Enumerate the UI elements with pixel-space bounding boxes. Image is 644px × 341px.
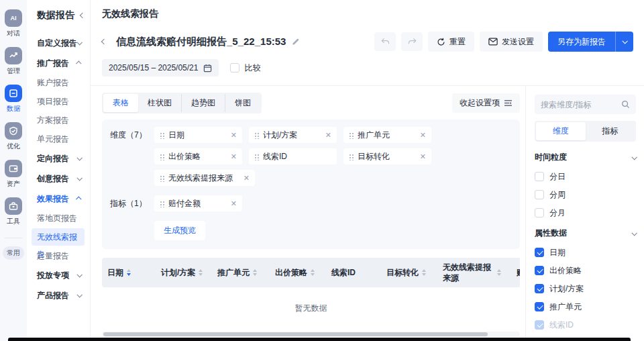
sort-icon[interactable] [127, 269, 131, 276]
checkbox-checked[interactable] [535, 248, 544, 257]
sidebar-item-landingpage-report[interactable]: 落地页报告 [37, 209, 90, 228]
compare-toggle[interactable]: 比较 [230, 62, 260, 74]
dimension-chip-date[interactable]: 日期 ✕ [154, 127, 242, 143]
column-header-target-conversion[interactable]: 目标转化 [381, 267, 437, 279]
send-settings-button[interactable]: 发送设置 [480, 32, 543, 52]
remove-chip-icon[interactable]: ✕ [420, 132, 426, 139]
option-date[interactable]: 日期 [535, 248, 636, 257]
rail-item-chat[interactable]: AI 对话 [5, 9, 22, 38]
remove-chip-icon[interactable]: ✕ [231, 200, 237, 207]
column-header-invalid-lead-source[interactable]: 无效线索提报来源 [437, 262, 511, 283]
sidebar-group-promotion[interactable]: 推广报告 [37, 53, 90, 73]
checkbox-checked[interactable] [535, 266, 544, 275]
sort-icon[interactable] [199, 269, 203, 276]
tab-bar-chart[interactable]: 柱状图 [138, 94, 181, 112]
redo-button[interactable] [401, 32, 423, 51]
dimension-chip-bid-strategy[interactable]: 出价策略 ✕ [154, 148, 242, 164]
option-unit[interactable]: 推广单元 [535, 302, 636, 311]
column-header-bid-strategy[interactable]: 出价策略 [270, 267, 326, 279]
sort-icon[interactable] [422, 269, 426, 276]
sidebar-group-delivery[interactable]: 投放专项 [37, 265, 90, 285]
remove-chip-icon[interactable]: ✕ [231, 153, 237, 160]
sidebar-item-project-report[interactable]: 项目报告 [37, 92, 90, 111]
drag-handle-icon[interactable] [254, 132, 259, 139]
collapse-settings-button[interactable]: 收起设置项 [452, 93, 520, 113]
sort-icon[interactable] [253, 269, 257, 276]
dimension-chip-target-conversion[interactable]: 目标转化 ✕ [343, 148, 431, 164]
dimension-chip-plan[interactable]: 计划/方案 ✕ [249, 127, 337, 143]
rail-label-chat: 对话 [5, 29, 22, 38]
checkbox-unchecked[interactable] [535, 190, 544, 199]
option-daily[interactable]: 分日 [535, 172, 636, 181]
sidebar-group-creative[interactable]: 创意报告 [37, 168, 90, 189]
tab-metrics[interactable]: 指标 [586, 122, 635, 140]
section-time-granularity[interactable]: 时间粒度 [535, 152, 636, 163]
sidebar-collapse-icon[interactable] [80, 13, 85, 18]
section-attribute-data[interactable]: 属性数据 [535, 228, 636, 239]
drag-handle-icon[interactable] [160, 200, 164, 207]
sidebar-item-unit-report[interactable]: 单元报告 [37, 130, 90, 148]
option-monthly[interactable]: 分月 [535, 208, 636, 217]
sidebar-item-plan-report[interactable]: 方案报告 [37, 111, 90, 130]
monitor-chart-icon [5, 47, 22, 64]
option-plan[interactable]: 计划/方案 [535, 284, 636, 293]
dimension-chip-invalid-lead-source[interactable]: 无效线索提报来源 ✕ [154, 170, 255, 186]
save-as-new-report-button[interactable]: 另存为新报告 [548, 32, 615, 52]
dimension-chip-lead-id[interactable]: 线索ID [249, 148, 337, 164]
drag-handle-icon[interactable] [349, 132, 354, 139]
scrollbar-thumb[interactable] [103, 332, 488, 336]
drag-handle-icon[interactable] [160, 175, 164, 182]
tab-trend-chart[interactable]: 趋势图 [181, 94, 225, 112]
checkbox-unchecked[interactable] [535, 172, 544, 181]
option-bid-strategy[interactable]: 出价策略 [535, 266, 636, 275]
drag-handle-icon[interactable] [160, 132, 164, 139]
back-button[interactable] [102, 40, 111, 44]
sidebar-group-custom[interactable]: 自定义报告 [37, 33, 90, 53]
sidebar-group-product[interactable]: 产品报告 [37, 285, 90, 305]
sort-icon[interactable] [497, 269, 501, 276]
checkbox-checked[interactable] [535, 302, 544, 311]
sidebar-item-account-report[interactable]: 账户报告 [37, 73, 90, 92]
rail-item-optimize[interactable]: 优化 [5, 122, 22, 151]
drag-handle-icon[interactable] [254, 153, 259, 160]
column-header-date[interactable]: 日期 [102, 267, 156, 279]
drag-handle-icon[interactable] [160, 153, 164, 160]
horizontal-scrollbar[interactable] [102, 332, 520, 337]
column-header-unit[interactable]: 推广单元 [212, 267, 270, 279]
remove-chip-icon[interactable]: ✕ [231, 132, 237, 139]
remove-chip-icon[interactable]: ✕ [244, 175, 250, 182]
checkbox-unchecked[interactable] [535, 208, 544, 217]
rail-item-manage[interactable]: 管理 [5, 47, 22, 76]
rail-item-data[interactable]: 数据 [5, 85, 22, 113]
sidebar-group-targeting[interactable]: 定向报告 [37, 148, 90, 168]
sidebar-group-effect[interactable]: 效果报告 [37, 189, 90, 209]
option-weekly[interactable]: 分周 [535, 190, 636, 199]
tab-dimensions[interactable]: 维度 [536, 122, 586, 140]
compare-checkbox[interactable] [230, 63, 239, 72]
drag-handle-icon[interactable] [349, 153, 354, 160]
metric-chip-payout-amount[interactable]: 赔付金额 ✕ [154, 195, 242, 211]
edit-pencil-icon[interactable] [291, 38, 300, 46]
remove-chip-icon[interactable]: ✕ [325, 132, 331, 139]
dimension-chip-unit[interactable]: 推广单元 ✕ [343, 127, 431, 143]
remove-chip-icon[interactable]: ✕ [420, 153, 426, 160]
search-box[interactable] [535, 95, 636, 114]
sidebar-item-rampup-report[interactable]: 起量报告 [37, 246, 90, 265]
column-header-payout-amount[interactable]: 赔付金额 [511, 267, 520, 279]
tab-pie-chart[interactable]: 饼图 [225, 94, 260, 112]
reset-button[interactable]: 重置 [428, 32, 474, 52]
undo-button[interactable] [374, 32, 396, 51]
column-header-plan[interactable]: 计划/方案 [156, 267, 212, 279]
generate-preview-button[interactable]: 生成预览 [154, 221, 205, 240]
checkbox-checked[interactable] [535, 284, 544, 293]
rail-badge-favorites[interactable]: 常用 [3, 246, 24, 260]
rail-item-tools[interactable]: 工具 [5, 197, 22, 226]
sort-icon[interactable] [311, 269, 315, 276]
tab-table[interactable]: 表格 [103, 94, 138, 112]
search-input[interactable] [541, 100, 621, 109]
rail-item-assets[interactable]: 资产 [5, 160, 22, 189]
sidebar-item-invalid-leads-report[interactable]: 无效线索报告 [32, 228, 85, 246]
date-range-picker[interactable]: 2025/05/15 – 2025/05/21 [102, 59, 219, 77]
save-dropdown-caret[interactable] [615, 32, 633, 52]
column-header-lead-id[interactable]: 线索ID [326, 267, 381, 279]
